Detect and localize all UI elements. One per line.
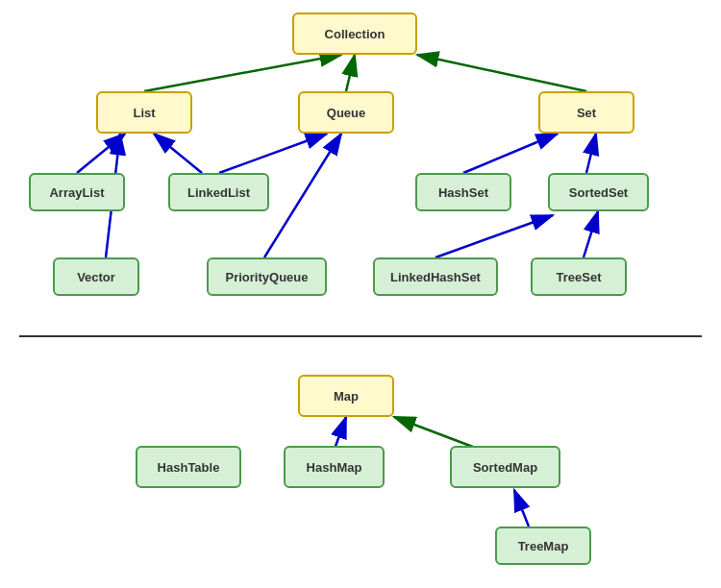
node-linkedlist: LinkedList [168, 173, 269, 211]
node-priorityqueue: PriorityQueue [207, 257, 327, 296]
node-sortedmap: SortedMap [450, 446, 560, 488]
svg-line-7 [154, 134, 202, 173]
node-treeset: TreeSet [531, 257, 627, 296]
node-linkedhashset: LinkedHashSet [373, 257, 498, 296]
svg-line-13 [435, 215, 553, 257]
node-sortedset: SortedSet [548, 173, 649, 211]
svg-line-5 [417, 55, 586, 91]
node-hashtable: HashTable [136, 446, 241, 488]
svg-line-11 [463, 134, 558, 173]
node-vector: Vector [53, 257, 139, 296]
svg-line-6 [77, 134, 125, 173]
svg-line-4 [346, 55, 355, 91]
node-hashmap: HashMap [284, 446, 385, 488]
node-set: Set [538, 91, 634, 134]
svg-line-10 [219, 134, 327, 173]
node-list: List [96, 91, 192, 134]
node-queue: Queue [298, 91, 394, 134]
node-treemap: TreeMap [495, 527, 591, 565]
svg-line-18 [514, 490, 529, 527]
node-map: Map [298, 375, 394, 417]
node-collection: Collection [292, 12, 417, 55]
svg-line-9 [264, 134, 341, 257]
svg-line-3 [144, 55, 341, 91]
diagram-container: Collection List Queue Set ArrayList Link… [0, 0, 721, 588]
node-arraylist: ArrayList [29, 173, 125, 211]
svg-line-12 [586, 134, 596, 173]
svg-line-14 [584, 211, 598, 257]
node-hashset: HashSet [415, 173, 511, 211]
